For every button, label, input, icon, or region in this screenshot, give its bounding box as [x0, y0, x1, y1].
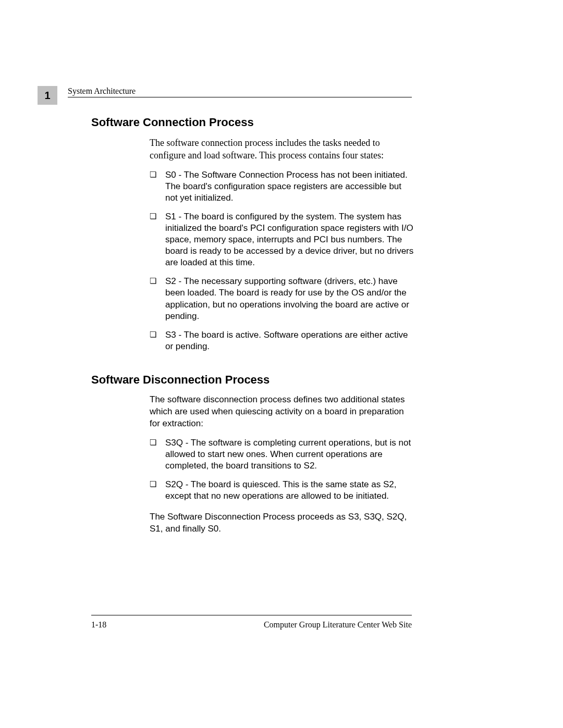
section1-intro: The software connection process includes…: [150, 137, 414, 162]
chapter-badge: 1: [38, 86, 57, 105]
content-area: Software Connection Process The software…: [91, 116, 414, 542]
list-item: S2 - The necessary supporting software (…: [150, 276, 414, 322]
list-item: S3 - The board is active. Software opera…: [150, 329, 414, 352]
footer-text: Computer Group Literature Center Web Sit…: [264, 620, 412, 630]
page: 1 System Architecture Software Connectio…: [0, 0, 563, 728]
section-heading-disconnection: Software Disconnection Process: [91, 373, 414, 387]
section2-list: S3Q - The software is completing current…: [150, 437, 414, 502]
section2-intro: The software disconnection process defin…: [150, 394, 414, 430]
list-item: S3Q - The software is completing current…: [150, 437, 414, 472]
section2-outro: The Software Disconnection Process proce…: [150, 511, 414, 535]
section1-list: S0 - The Software Connection Process has…: [150, 169, 414, 352]
header-rule: [68, 97, 412, 97]
list-item: S0 - The Software Connection Process has…: [150, 169, 414, 204]
list-item: S2Q - The board is quiesced. This is the…: [150, 479, 414, 502]
running-header: System Architecture: [68, 87, 136, 96]
section-heading-connection: Software Connection Process: [91, 116, 414, 129]
page-number: 1-18: [91, 620, 106, 630]
list-item: S1 - The board is configured by the syst…: [150, 211, 414, 268]
footer-rule: [91, 615, 412, 615]
chapter-number: 1: [44, 90, 50, 102]
